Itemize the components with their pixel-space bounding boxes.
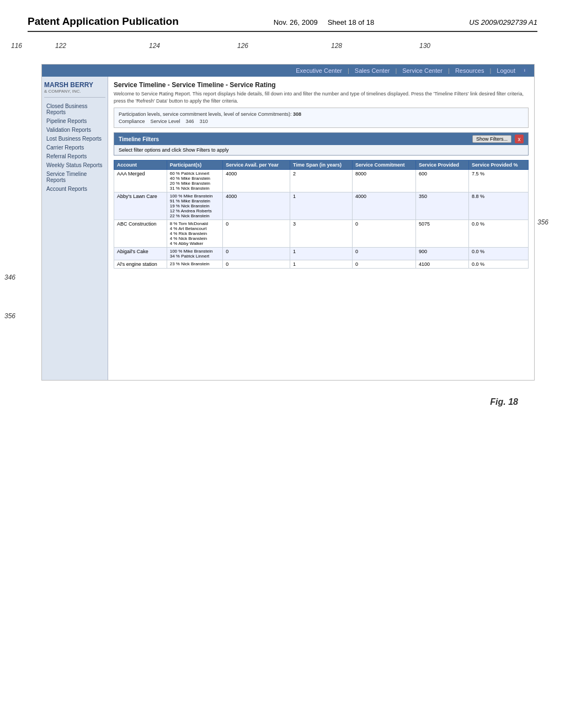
cell-avail-1: 4000: [223, 192, 290, 220]
cell-provided-3: 900: [415, 248, 468, 260]
cell-participants-3: 100 % Mike Branstein 34 % Patrick Linner…: [167, 248, 222, 260]
sidebar-item-referral[interactable]: Referral Reports: [44, 152, 105, 160]
table-row: Abby's Lawn Care 100 % Mike Branstein 91…: [114, 192, 529, 220]
filter-panel-body: Select filter options and click Show Fil…: [114, 145, 528, 155]
cell-provided-1: 350: [415, 192, 468, 220]
patent-title: Patent Application Publication: [28, 15, 179, 28]
cell-commitment-2: 0: [353, 220, 416, 248]
cell-timespan-0: 2: [290, 170, 353, 192]
results-table: Account Participant(s) Service Avail. pe…: [114, 160, 529, 269]
commitments-value: 308: [293, 111, 301, 117]
cell-provided-0: 600: [415, 170, 468, 192]
nav-sales-center[interactable]: Sales Center: [355, 67, 390, 74]
table-row: Abigail's Cake 100 % Mike Branstein 34 %…: [114, 248, 529, 260]
col-provided: Service Provided: [415, 160, 468, 170]
cell-avail-4: 0: [223, 260, 290, 269]
col-participants: Participant(s): [167, 160, 222, 170]
marker-122: 122: [55, 42, 66, 50]
col-account: Account: [114, 160, 167, 170]
cell-pct-4: 0.0 %: [468, 260, 528, 269]
cell-commitment-4: 0: [353, 260, 416, 269]
sidebar-logo: MARSH BERRY & COMPANY, INC.: [44, 81, 105, 98]
val346: 346: [186, 119, 194, 124]
info-box: Participation levels, service commitment…: [114, 108, 529, 128]
col-time-span: Time Span (in years): [290, 160, 353, 170]
filter-panel-header: Timeline Filters Show Filters... x: [114, 133, 528, 145]
cell-commitment-0: 8000: [353, 170, 416, 192]
nav-service-center[interactable]: Service Center: [402, 67, 443, 74]
marker-128: 128: [331, 42, 342, 50]
logo-brand: MARSH BERRY: [44, 81, 105, 89]
table-row: ABC Construction 8 % Tom McDonald 4 % Ar…: [114, 220, 529, 248]
nav-executive-center[interactable]: Executive Center: [296, 67, 342, 74]
results-table-section: Account Participant(s) Service Avail. pe…: [114, 160, 529, 269]
sidebar-item-pipeline[interactable]: Pipeline Reports: [44, 117, 105, 125]
marker-356a: 356: [4, 312, 15, 320]
compliance-label: Compliance: [119, 119, 145, 124]
table-row: AAA Merged 60 % Patrick Linnert 40 % Mik…: [114, 170, 529, 192]
service-level-label: Service Level: [151, 119, 180, 124]
sidebar-item-lost-business[interactable]: Lost Business Reports: [44, 135, 105, 143]
sidebar-item-closed-business[interactable]: Closed Business Reports: [44, 102, 105, 116]
cell-account-2: ABC Construction: [114, 220, 167, 248]
sidebar-item-carrier[interactable]: Carrier Reports: [44, 143, 105, 152]
cell-participants-4: 23 % Nick Branstein: [167, 260, 222, 269]
col-commitment: Service Commitment: [353, 160, 416, 170]
marker-116: 116: [11, 42, 22, 50]
cell-provided-4: 4100: [415, 260, 468, 269]
inner-layout: MARSH BERRY & COMPANY, INC. Closed Busin…: [42, 77, 534, 380]
cell-account-1: Abby's Lawn Care: [114, 192, 167, 220]
cell-timespan-2: 3: [290, 220, 353, 248]
sidebar-item-service-timeline[interactable]: Service Timeline Reports: [44, 170, 105, 184]
cell-pct-2: 0.0 %: [468, 220, 528, 248]
page-wrapper: Patent Application Publication Nov. 26, …: [0, 0, 565, 728]
logo-sub: & COMPANY, INC.: [44, 89, 105, 94]
marker-126: 126: [237, 42, 248, 50]
cell-account-0: AAA Merged: [114, 170, 167, 192]
cell-timespan-4: 1: [290, 260, 353, 269]
table-row: Al's engine station 23 % Nick Branstein …: [114, 260, 529, 269]
cell-provided-2: 5075: [415, 220, 468, 248]
sidebar-item-validation[interactable]: Validation Reports: [44, 126, 105, 134]
val310: 310: [200, 119, 208, 124]
filter-hint: Select filter options and click Show Fil…: [119, 147, 229, 153]
filter-panel-title: Timeline Filters: [119, 136, 159, 142]
cell-commitment-1: 4000: [353, 192, 416, 220]
service-rating-label: Service Timeline - Service Rating: [172, 81, 276, 89]
sidebar-item-account[interactable]: Account Reports: [44, 185, 105, 193]
nav-resources[interactable]: Resources: [455, 67, 484, 74]
show-filters-button[interactable]: Show Filters...: [472, 135, 511, 143]
status-indicator: i: [521, 67, 529, 74]
patent-sheet: Sheet 18 of 18: [328, 18, 375, 26]
cell-account-3: Abigail's Cake: [114, 248, 167, 260]
service-timeline-desc: Welcome to Service Rating Report. This r…: [114, 90, 529, 104]
cell-participants-0: 60 % Patrick Linnert 40 % Mike Branstein…: [167, 170, 222, 192]
filter-panel: Timeline Filters Show Filters... x Selec…: [114, 132, 529, 156]
cell-participants-1: 100 % Mike Branstein 91 % Mike Branstein…: [167, 192, 222, 220]
cell-avail-2: 0: [223, 220, 290, 248]
service-timeline-title: Service Timeline - Service Timeline - Se…: [114, 81, 529, 89]
top-nav-bar: Executive Center | Sales Center | Servic…: [42, 65, 534, 77]
cell-avail-3: 0: [223, 248, 290, 260]
close-filter-button[interactable]: x: [515, 135, 524, 143]
cell-commitment-3: 0: [353, 248, 416, 260]
patent-date-sheet: Nov. 26, 2009 Sheet 18 of 18: [274, 18, 375, 26]
main-content-panel: Service Timeline - Service Timeline - Se…: [108, 77, 534, 380]
col-service-avail: Service Avail. per Year: [223, 160, 290, 170]
sidebar-item-weekly-status[interactable]: Weekly Status Reports: [44, 161, 105, 169]
patent-date: Nov. 26, 2009: [274, 18, 318, 26]
cell-avail-0: 4000: [223, 170, 290, 192]
cell-timespan-1: 1: [290, 192, 353, 220]
marker-124: 124: [149, 42, 160, 50]
marker-130: 130: [419, 42, 430, 50]
cell-participants-2: 8 % Tom McDonald 4 % Art Betancourt 4 % …: [167, 220, 222, 248]
cell-pct-1: 8.8 %: [468, 192, 528, 220]
cell-timespan-3: 1: [290, 248, 353, 260]
marker-356b: 356: [537, 218, 548, 226]
body-region: 116 122 124 126 128 130 346 356 356 Exec…: [0, 36, 565, 418]
application-screenshot: Executive Center | Sales Center | Servic…: [41, 64, 535, 381]
commitments-label: Participation levels, service commitment…: [119, 111, 293, 117]
cell-pct-0: 7.5 %: [468, 170, 528, 192]
figure-caption: Fig. 18: [490, 397, 518, 406]
nav-logout[interactable]: Logout: [497, 67, 515, 74]
